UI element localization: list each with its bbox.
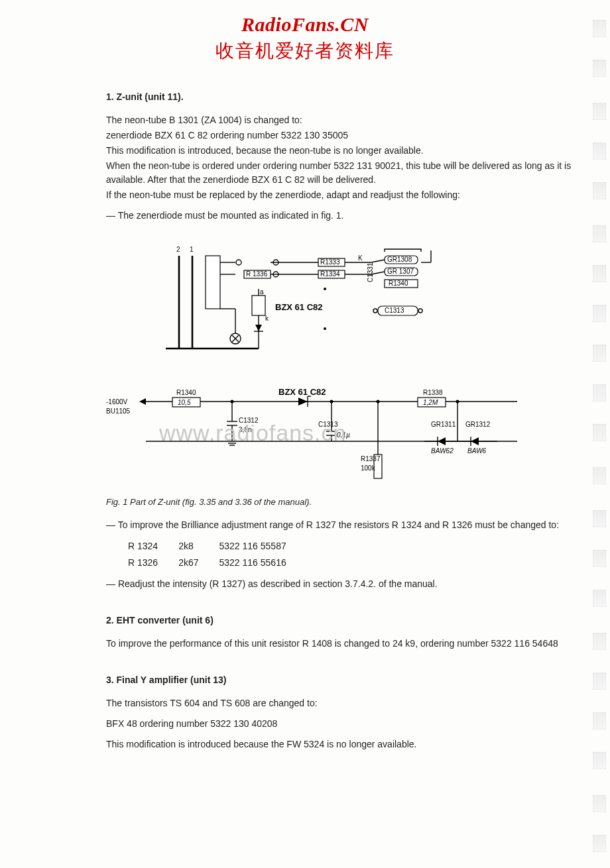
- punch-hole: [593, 712, 606, 730]
- punch-hole: [593, 633, 606, 650]
- punch-hole: [593, 60, 606, 77]
- r1326-ord: 5322 116 55616: [219, 555, 305, 570]
- after-fig-p1: — To improve the Brilliance adjustment r…: [106, 518, 583, 532]
- gr1311-label: GR1311: [431, 421, 456, 428]
- resistor-table: R 1324 2k8 5322 116 55587 R 1326 2k67 53…: [126, 537, 306, 572]
- gr1307-label: GR 1307: [387, 268, 414, 275]
- section-1-title: 1. Z-unit (unit 11).: [106, 90, 583, 104]
- s1-p3: This modification is introduced, because…: [106, 144, 583, 158]
- r1334-label: R1334: [320, 270, 340, 278]
- table-row: R 1326 2k67 5322 116 55616: [127, 555, 305, 570]
- r1333-label: R1333: [320, 258, 340, 266]
- punch-hole: [593, 142, 606, 160]
- punch-hole: [593, 467, 606, 484]
- gr1312-label: GR1312: [465, 421, 491, 428]
- r1340-label: R1340: [176, 389, 196, 396]
- page-header: RadioFans.CN 收音机爱好者资料库: [27, 13, 583, 64]
- svg-line-19: [371, 260, 385, 262]
- section-3-title: 3. Final Y amplifier (unit 13): [106, 673, 583, 687]
- c1313-val: 0,1µ: [337, 431, 350, 439]
- r1338-val: 1,2M: [423, 399, 438, 406]
- svg-marker-25: [255, 325, 262, 331]
- bu1105: BU1105: [106, 407, 131, 415]
- svg-marker-48: [298, 398, 308, 406]
- punch-hole: [593, 752, 606, 769]
- r1326-ref: R 1326: [127, 555, 176, 570]
- svg-point-36: [324, 327, 326, 330]
- r1338-label: R1338: [423, 389, 443, 396]
- figure-1-top-diagram: 2 1 R 1336 R1333 R1334: [159, 243, 583, 362]
- punch-hole: [593, 20, 606, 37]
- punch-hole: [593, 673, 606, 690]
- svg-point-33: [373, 309, 377, 313]
- r1324-val: 2k8: [178, 539, 217, 554]
- table-row: R 1324 2k8 5322 116 55587: [127, 539, 305, 554]
- svg-rect-24: [252, 296, 265, 315]
- r1337-label: R1337: [361, 455, 381, 462]
- r1337-val: 100k: [361, 464, 376, 472]
- svg-marker-65: [471, 437, 479, 445]
- c1331-label: C1331: [367, 262, 374, 282]
- punch-hole: [593, 590, 606, 607]
- site-title: RadioFans.CN: [27, 13, 583, 36]
- schematic-svg-top: 2 1 R 1336 R1333 R1334: [159, 243, 464, 362]
- pin-a: a: [260, 288, 264, 296]
- document-page: RadioFans.CN 收音机爱好者资料库 1. Z-unit (unit 1…: [0, 0, 610, 868]
- s1-p4: When the neon-tube is ordered under orde…: [106, 159, 583, 187]
- schematic-svg-bottom: -1600V BU1105 R1340 10,5 C1312 3,8n: [106, 368, 557, 488]
- r1336-label: R 1336: [246, 270, 268, 278]
- punch-hole: [593, 265, 606, 282]
- s2-p1: To improve the performance of this unit …: [106, 637, 583, 651]
- punch-hole: [593, 305, 606, 322]
- figure-1-bottom-diagram: -1600V BU1105 R1340 10,5 C1312 3,8n: [106, 368, 583, 488]
- pin-1: 1: [190, 246, 194, 253]
- punch-hole: [593, 424, 606, 441]
- s3-p2: BFX 48 ordering number 5322 130 40208: [106, 717, 583, 731]
- after-fig-p2: — Readjust the intensity (R 1327) as des…: [106, 577, 583, 591]
- gr1308-label: GR1308: [387, 256, 412, 263]
- s1-p5: If the neon-tube must be replaced by the…: [106, 188, 583, 202]
- c1313-label: C1313: [318, 421, 338, 428]
- c1313-top-label: C1313: [385, 307, 404, 314]
- c1312-label: C1312: [239, 417, 259, 424]
- svg-marker-37: [139, 398, 146, 405]
- s1-p1: The neon-tube B 1301 (ZA 1004) is change…: [106, 113, 583, 127]
- s3-p1: The transistors TS 604 and TS 608 are ch…: [106, 696, 583, 710]
- svg-point-35: [324, 288, 326, 290]
- punch-hole: [593, 182, 606, 199]
- punch-hole: [593, 835, 606, 852]
- r1340-top-label: R1340: [389, 280, 408, 287]
- bzx-label-top: BZX 61 C82: [275, 302, 323, 312]
- svg-rect-3: [206, 256, 220, 309]
- svg-marker-63: [438, 437, 446, 445]
- baw62-label: BAW62: [431, 447, 454, 455]
- figure-1-caption: Fig. 1 Part of Z-unit (fig. 3.35 and 3.3…: [106, 496, 583, 509]
- punch-hole: [593, 510, 606, 527]
- punch-hole: [593, 345, 606, 362]
- c1312-val: 3,8n: [239, 426, 251, 433]
- r1324-ord: 5322 116 55587: [219, 539, 305, 554]
- punch-hole: [593, 384, 606, 402]
- punch-hole: [593, 795, 606, 812]
- r1340-val: 10,5: [178, 399, 191, 406]
- r1324-ref: R 1324: [127, 539, 176, 554]
- punch-hole: [593, 103, 606, 120]
- punch-hole: [593, 550, 606, 567]
- s3-p3: This modification is introduced because …: [106, 737, 583, 751]
- site-subtitle: 收音机爱好者资料库: [27, 38, 583, 64]
- s1-p6: — The zenerdiode must be mounted as indi…: [106, 209, 583, 223]
- svg-point-34: [418, 309, 422, 313]
- pin-k: k: [265, 315, 269, 322]
- pin-2: 2: [176, 246, 180, 253]
- baw-label: BAW6: [467, 447, 487, 455]
- r1326-val: 2k67: [178, 555, 217, 570]
- punch-hole: [593, 225, 606, 243]
- page-content: 1. Z-unit (unit 11). The neon-tube B 130…: [106, 90, 583, 751]
- bzx-label-bottom: BZX 61 C82: [278, 387, 326, 397]
- k-label: K: [358, 254, 363, 262]
- section-2-title: 2. EHT converter (unit 6): [106, 614, 583, 627]
- svg-point-6: [236, 260, 241, 265]
- s1-p2: zenerdiode BZX 61 C 82 ordering number 5…: [106, 129, 583, 142]
- neg1600v: -1600V: [106, 398, 128, 406]
